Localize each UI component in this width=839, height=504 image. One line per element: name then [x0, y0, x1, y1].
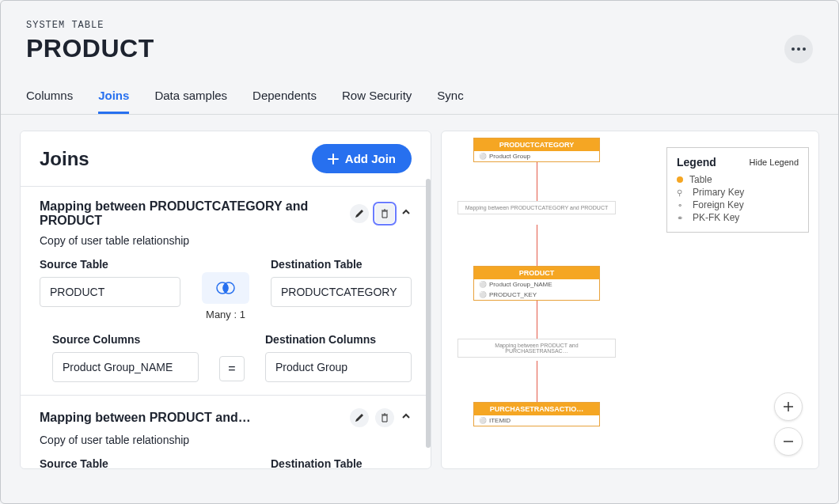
section-title: Joins: [40, 148, 89, 170]
mapping-title: Mapping between PRODUCT and…: [40, 411, 344, 425]
source-columns-label: Source Columns: [52, 333, 199, 346]
chevron-up-icon: [401, 207, 412, 218]
delete-mapping-button[interactable]: [375, 408, 394, 427]
add-join-button[interactable]: Add Join: [312, 144, 412, 173]
zoom-out-button[interactable]: [774, 427, 803, 456]
tab-data-samples[interactable]: Data samples: [154, 82, 227, 114]
source-column-value: Product Group_NAME: [52, 352, 199, 382]
diagram-mapping-node[interactable]: Mapping between PRODUCT and PURCHASETRAN…: [457, 339, 616, 358]
mapping-title: Mapping between PRODUCTCATEGORY and PROD…: [40, 199, 344, 228]
diagram-table-node[interactable]: PRODUCT ⚪Product Group_NAME ⚪PRODUCT_KEY: [473, 266, 600, 301]
edit-mapping-button[interactable]: [350, 204, 369, 223]
mapping-subtitle: Copy of user table relationship: [40, 434, 412, 446]
dest-table-label: Destination Table: [271, 457, 412, 469]
diagram-table-node[interactable]: PURCHASETRANSACTIO… ⚪ITEMID: [473, 402, 600, 426]
dest-table-value: PRODUCTCATEGORY: [271, 277, 412, 307]
dest-columns-label: Destination Columns: [265, 333, 412, 346]
legend-item: ⚲Primary Key: [677, 186, 799, 199]
source-table-value: PRODUCT: [40, 277, 180, 307]
minus-icon: [782, 435, 795, 448]
hide-legend-button[interactable]: Hide Legend: [750, 157, 799, 167]
mapping-item: Mapping between PRODUCT and… Copy of use…: [21, 395, 431, 469]
collapse-mapping-button[interactable]: [401, 411, 412, 425]
legend-item: Table: [677, 173, 799, 186]
delete-mapping-button[interactable]: [375, 204, 394, 223]
source-table-label: Source Table: [40, 258, 180, 271]
operator-box: =: [219, 356, 245, 381]
eyebrow: SYSTEM TABLE: [26, 20, 813, 31]
scrollbar[interactable]: [426, 179, 431, 448]
tab-row-security[interactable]: Row Security: [342, 82, 412, 114]
tabs-nav: Columns Joins Data samples Dependents Ro…: [1, 82, 838, 115]
dest-table-label: Destination Table: [271, 258, 412, 271]
collapse-mapping-button[interactable]: [401, 207, 412, 221]
legend-item: ⚬Foreign Key: [677, 199, 799, 211]
pencil-icon: [355, 413, 364, 423]
trash-icon: [380, 413, 389, 423]
page-title: PRODUCT: [26, 34, 154, 63]
pencil-icon: [355, 209, 364, 218]
tab-sync[interactable]: Sync: [437, 82, 463, 114]
plus-icon: [782, 400, 795, 413]
tab-dependents[interactable]: Dependents: [252, 82, 317, 114]
diagram-panel: PRODUCTCATEGORY ⚪Product Group Mapping b…: [441, 131, 819, 469]
venn-icon: [214, 281, 237, 295]
diagram-mapping-node[interactable]: Mapping between PRODUCTCATEGORY and PROD…: [457, 201, 616, 214]
joins-panel: Joins Add Join Mapping between PRODUCTCA…: [20, 131, 431, 469]
trash-icon: [380, 209, 389, 218]
mapping-item: Mapping between PRODUCTCATEGORY and PROD…: [21, 186, 431, 395]
source-table-label: Source Table: [40, 457, 180, 469]
more-options-button[interactable]: [784, 35, 813, 63]
legend-panel: Legend Hide Legend Table ⚲Primary Key ⚬F…: [666, 147, 809, 233]
relation-label: Many : 1: [206, 309, 245, 320]
legend-item: ⚭PK-FK Key: [677, 211, 799, 224]
join-type-indicator[interactable]: [202, 272, 249, 304]
dest-column-value: Product Group: [265, 352, 412, 382]
edit-mapping-button[interactable]: [350, 408, 369, 427]
tab-joins[interactable]: Joins: [98, 82, 129, 114]
tab-columns[interactable]: Columns: [26, 82, 73, 114]
diagram-table-node[interactable]: PRODUCTCATEGORY ⚪Product Group: [473, 138, 600, 162]
zoom-in-button[interactable]: [774, 392, 803, 421]
chevron-up-icon: [401, 411, 412, 422]
plus-icon: [328, 153, 339, 165]
mapping-subtitle: Copy of user table relationship: [40, 234, 412, 247]
legend-title: Legend: [677, 156, 716, 169]
